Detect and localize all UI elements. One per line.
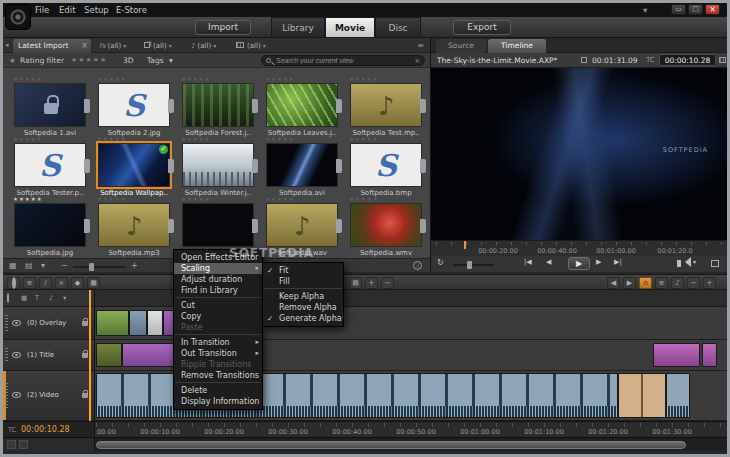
media-item[interactable]: ★★★★★ Softpedia Leaves.j..	[261, 76, 343, 134]
tags-button[interactable]: Tags	[147, 56, 164, 65]
media-item[interactable]: ★★★★★ Softpedia.wmv	[345, 196, 427, 254]
tab-timeline[interactable]: Timeline	[488, 39, 546, 53]
loop-icon[interactable]: ↻	[437, 258, 444, 267]
play-button[interactable]: ▶	[568, 257, 590, 270]
menu-item-display-information[interactable]: Display Information	[174, 396, 262, 407]
menu-item-out-transition[interactable]: Out Transition ▸	[174, 348, 262, 359]
frame-back-button[interactable]: ◀	[546, 258, 551, 266]
track-grip[interactable]	[5, 348, 8, 363]
rating-stars[interactable]: ★★★★★	[261, 136, 343, 143]
zoom-timeline-out-icon[interactable]: −	[687, 277, 700, 289]
media-item-selected[interactable]: ★★★★★ ✓ Softpedia Wallpap..	[93, 136, 175, 194]
clip[interactable]	[653, 343, 700, 367]
delete-clip-icon[interactable]: ×	[55, 277, 68, 289]
menu-file[interactable]: File	[35, 5, 49, 15]
slider-handle[interactable]	[89, 263, 94, 271]
media-filter[interactable]: (all)▾	[236, 40, 266, 52]
tab-disc[interactable]: Disc	[375, 17, 421, 38]
marker-icon[interactable]: ◆	[71, 277, 84, 289]
timeline-playhead[interactable]	[89, 290, 91, 421]
audio-options-icon[interactable]: ▾	[693, 258, 696, 265]
preview-timecode[interactable]: 00:00:10.28	[659, 54, 716, 66]
scroll-right-icon[interactable]: ▶	[623, 277, 636, 289]
menu-item-scaling[interactable]: Scaling ▸	[174, 263, 262, 274]
media-item[interactable]: ★★★★★ Softpedia Winter.j..	[177, 136, 259, 194]
clip[interactable]	[618, 373, 666, 418]
snapshot-icon[interactable]: ▦	[87, 277, 100, 289]
lock-icon[interactable]	[82, 353, 88, 358]
add-track-icon[interactable]: +	[365, 277, 378, 289]
effects-filter[interactable]: fx(all)▾	[99, 40, 126, 52]
search-input[interactable]	[276, 56, 408, 65]
rating-stars[interactable]: ★★★★★	[9, 76, 91, 83]
rating-stars-filter[interactable]: ★★★★★	[71, 56, 107, 64]
more-options-icon[interactable]: ▾	[63, 294, 66, 302]
submenu-item-fill[interactable]: Fill	[263, 276, 343, 287]
eye-icon[interactable]	[12, 392, 21, 398]
volume-slider[interactable]	[453, 264, 493, 266]
clip[interactable]	[96, 310, 129, 336]
tab-library[interactable]: Library	[271, 17, 325, 38]
submenu-item-fit[interactable]: ✓ Fit	[263, 265, 343, 276]
rating-stars[interactable]: ★★★★★	[345, 136, 427, 143]
scrubber-playhead[interactable]	[464, 241, 466, 249]
rating-stars[interactable]: ★★★★★	[9, 196, 91, 203]
menu-item-cut[interactable]: Cut	[174, 300, 262, 311]
audio-toggle-icon[interactable]: ♪	[49, 294, 53, 302]
tab-movie[interactable]: Movie	[325, 17, 375, 38]
media-item[interactable]: ★★★★★ Softpedia.bmp	[345, 136, 427, 194]
go-to-end-button[interactable]: ▶|	[614, 258, 622, 266]
preview-scrubber[interactable]: 00:00:20.00 00:00:40.00 00:01:00.00 00:0…	[431, 240, 727, 256]
nav-icon[interactable]	[7, 440, 16, 449]
frame-forward-button[interactable]: ▶	[596, 258, 601, 266]
export-button[interactable]: Export	[453, 20, 511, 35]
speaker-icon[interactable]	[677, 260, 681, 267]
fullscreen-icon[interactable]	[711, 260, 719, 267]
panel-menu-icon[interactable]: ≡	[417, 41, 424, 50]
menu-item-copy[interactable]: Copy	[174, 311, 262, 322]
video-preview[interactable]: SOFTPEDIA	[431, 68, 727, 240]
media-item[interactable]: ★★★★★ Softpedia 1.avi	[9, 76, 91, 134]
eye-icon[interactable]	[12, 352, 21, 358]
magnet-icon[interactable]: ∩	[639, 277, 652, 289]
grid-view-icon[interactable]: ▦	[9, 261, 17, 270]
remove-track-icon[interactable]: −	[381, 277, 394, 289]
lock-icon[interactable]	[82, 321, 88, 326]
menu-item-find-in-library[interactable]: Find in Library	[174, 285, 262, 296]
track-grip[interactable]	[5, 383, 8, 408]
close-button[interactable]: ×	[705, 4, 720, 15]
media-item[interactable]: ★★★★★ Softpedia.avi	[261, 136, 343, 194]
video-toggle-icon[interactable]: ▦	[21, 294, 27, 302]
timeline-scrollbar[interactable]	[3, 437, 727, 451]
rating-stars[interactable]: ★★★★★	[9, 136, 91, 143]
menu-edit[interactable]: Edit	[59, 5, 75, 15]
razor-icon[interactable]: /	[39, 277, 52, 289]
clip[interactable]	[96, 343, 122, 367]
track-header-overlay[interactable]: (0) Overlay	[3, 307, 95, 339]
library-tab-latest-import[interactable]: Latest Import ×	[13, 39, 91, 53]
collapse-panel-icon[interactable]: ◂	[5, 41, 9, 49]
rating-stars[interactable]: ★★★★★	[93, 76, 175, 83]
menu-item-adjust-duration[interactable]: Adjust duration	[174, 274, 262, 285]
maximize-button[interactable]: ▢	[688, 4, 703, 15]
submenu-item-generate-alpha[interactable]: ✓ Generate Alpha	[263, 313, 343, 324]
menu-estore[interactable]: E-Store	[116, 5, 147, 15]
media-item[interactable]: ★★★★★ Softpedia 2.jpg	[93, 76, 175, 134]
rating-stars[interactable]: ★★★★★	[261, 76, 343, 83]
media-tool-icon[interactable]: ▤	[349, 277, 362, 289]
nav-icon[interactable]	[19, 440, 28, 449]
scrollbar-handle[interactable]	[96, 441, 686, 449]
import-button[interactable]: Import	[195, 20, 251, 35]
rating-stars[interactable]: ★★★★★	[345, 76, 427, 83]
go-to-start-button[interactable]: |◀	[524, 258, 532, 266]
info-icon[interactable]: i	[413, 261, 422, 270]
track-grip[interactable]	[5, 315, 8, 331]
menu-item-remove-transitions[interactable]: Remove Transitions	[174, 370, 262, 381]
media-item[interactable]: ★★★★★ Softpedia.mp3	[93, 196, 175, 254]
list-view-icon[interactable]: ▤	[25, 261, 33, 270]
clear-search-icon[interactable]: ×	[414, 57, 420, 65]
clip[interactable]	[702, 343, 717, 367]
volume-handle[interactable]	[467, 261, 472, 269]
volume-tool-icon[interactable]: ♪	[671, 277, 684, 289]
scroll-left-icon[interactable]: ◀	[607, 277, 620, 289]
